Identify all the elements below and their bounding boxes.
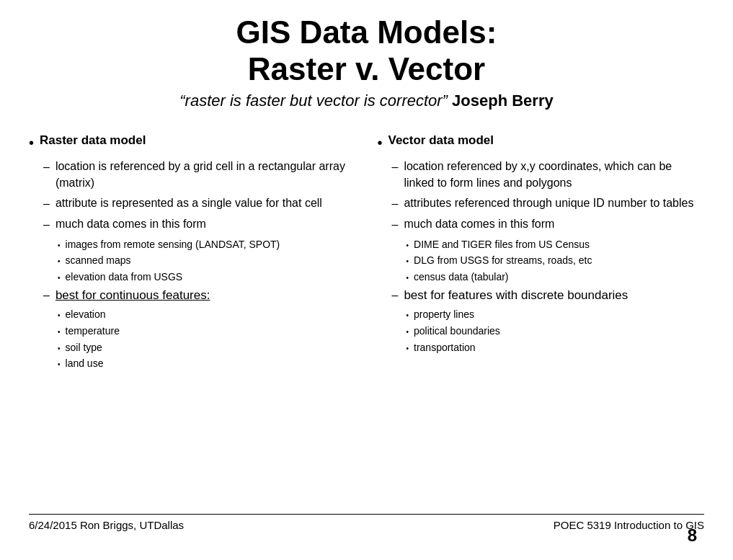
- list-item: • scanned maps: [58, 254, 356, 268]
- left-bullet-dot: •: [29, 133, 34, 153]
- list-item: • elevation: [58, 308, 356, 322]
- left-main-bullet: • Raster data model: [29, 132, 356, 153]
- tagline: “raster is faster but vector is correcto…: [29, 92, 704, 110]
- sub-dot-icon: •: [58, 311, 61, 321]
- slide-footer: 6/24/2015 Ron Briggs, UTDallas POEC 5319…: [29, 514, 704, 531]
- sub-dot-icon: •: [58, 327, 61, 337]
- sub-dot-icon: •: [407, 257, 409, 267]
- left-item-3-text: best for continuous features:: [55, 287, 356, 304]
- sub-item-text: political boundaries: [414, 324, 500, 339]
- right-sub-bullets-2: • DIME and TIGER files from US Census • …: [407, 238, 705, 285]
- tagline-author: Joseph Berry: [448, 92, 554, 110]
- left-item-2-text: much data comes in this form: [55, 216, 356, 232]
- right-sub-list: – location referenced by x,y coordinates…: [392, 159, 705, 355]
- sub-item-text: census data (tabular): [414, 270, 509, 285]
- right-item-0-text: location referenced by x,y coordinates, …: [404, 159, 704, 191]
- right-column: • Vector data model – location reference…: [378, 132, 705, 507]
- sub-item-text: scanned maps: [66, 254, 131, 268]
- left-item-1: – attribute is represented as a single v…: [43, 195, 356, 212]
- sub-dot-icon: •: [407, 311, 409, 321]
- sub-dot-icon: •: [407, 273, 409, 283]
- right-item-3-text: best for features with discrete boundari…: [404, 287, 704, 304]
- list-item: • property lines: [407, 308, 705, 322]
- dash-icon-1: –: [43, 196, 50, 212]
- right-item-1: – attributes referenced through unique I…: [392, 195, 705, 212]
- sub-dot-icon: •: [407, 344, 409, 354]
- list-item: • transportation: [407, 341, 705, 355]
- sub-dot-icon: •: [58, 241, 61, 251]
- sub-item-text: soil type: [66, 341, 102, 355]
- slide-header: GIS Data Models: Raster v. Vector “raste…: [29, 14, 704, 110]
- dash-icon-r0: –: [392, 159, 399, 175]
- dash-icon-0: –: [43, 159, 50, 175]
- left-sub-bullets-3: • elevation • temperature • soil type • …: [58, 308, 356, 370]
- list-item: • DIME and TIGER files from US Census: [407, 238, 705, 252]
- right-main-label: Vector data model: [388, 132, 494, 149]
- title-line2: Raster v. Vector: [29, 51, 704, 88]
- title-line1: GIS Data Models:: [29, 14, 704, 51]
- content-area: • Raster data model – location is refere…: [29, 132, 704, 507]
- dash-icon-r1: –: [392, 196, 399, 212]
- right-item-2-text: much data comes in this form: [404, 216, 704, 232]
- sub-dot-icon: •: [58, 273, 61, 283]
- sub-dot-icon: •: [407, 241, 409, 251]
- slide-container: GIS Data Models: Raster v. Vector “raste…: [0, 0, 733, 560]
- list-item: • DLG from USGS for streams, roads, etc: [407, 254, 705, 268]
- list-item: • images from remote sensing (LANDSAT, S…: [58, 238, 356, 252]
- sub-item-text: elevation: [66, 308, 106, 322]
- left-item-0-text: location is referenced by a grid cell in…: [55, 159, 356, 191]
- footer-right: POEC 5319 Introduction to GIS: [554, 519, 704, 531]
- left-main-label: Raster data model: [40, 132, 146, 149]
- left-item-3: – best for continuous features:: [43, 287, 356, 304]
- tagline-italic: “raster is faster but vector is correcto…: [179, 92, 448, 110]
- dash-icon-r3: –: [392, 288, 399, 303]
- sub-item-text: transportation: [414, 341, 476, 355]
- page-number: 8: [688, 525, 697, 546]
- list-item: • temperature: [58, 324, 356, 339]
- list-item: • land use: [58, 357, 356, 371]
- sub-item-text: temperature: [66, 324, 120, 339]
- right-item-1-text: attributes referenced through unique ID …: [404, 195, 704, 211]
- left-column: • Raster data model – location is refere…: [29, 132, 356, 507]
- sub-item-text: images from remote sensing (LANDSAT, SPO…: [66, 238, 280, 252]
- sub-item-text: DIME and TIGER files from US Census: [414, 238, 590, 252]
- dash-icon-r2: –: [392, 217, 399, 233]
- list-item: • elevation data from USGS: [58, 270, 356, 285]
- right-sub-bullets-3: • property lines • political boundaries …: [407, 308, 705, 355]
- sub-item-text: property lines: [414, 308, 474, 322]
- left-item-0: – location is referenced by a grid cell …: [43, 159, 356, 191]
- sub-item-text: DLG from USGS for streams, roads, etc: [414, 254, 592, 268]
- sub-item-text: land use: [66, 357, 104, 371]
- list-item: • political boundaries: [407, 324, 705, 339]
- footer-left: 6/24/2015 Ron Briggs, UTDallas: [29, 519, 184, 531]
- dash-icon-2: –: [43, 217, 50, 233]
- right-item-0: – location referenced by x,y coordinates…: [392, 159, 705, 191]
- right-item-2: – much data comes in this form: [392, 216, 705, 233]
- sub-dot-icon: •: [58, 360, 61, 370]
- right-main-bullet: • Vector data model: [378, 132, 705, 153]
- list-item: • census data (tabular): [407, 270, 705, 285]
- dash-icon-3: –: [43, 288, 50, 303]
- right-item-3: – best for features with discrete bounda…: [392, 287, 705, 304]
- left-sub-bullets-2: • images from remote sensing (LANDSAT, S…: [58, 238, 356, 285]
- right-bullet-dot: •: [378, 133, 383, 153]
- left-item-1-text: attribute is represented as a single val…: [55, 195, 356, 211]
- list-item: • soil type: [58, 341, 356, 355]
- sub-dot-icon: •: [58, 257, 61, 267]
- sub-item-text: elevation data from USGS: [66, 270, 183, 285]
- left-sub-list: – location is referenced by a grid cell …: [43, 159, 356, 371]
- left-item-2: – much data comes in this form: [43, 216, 356, 233]
- sub-dot-icon: •: [407, 327, 409, 337]
- sub-dot-icon: •: [58, 344, 61, 354]
